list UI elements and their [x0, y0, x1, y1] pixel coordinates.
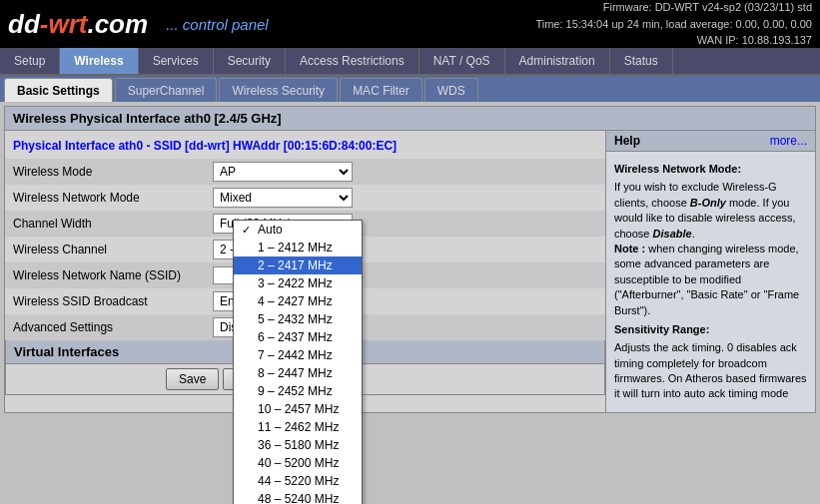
dropdown-item-auto[interactable]: Auto	[234, 221, 362, 239]
right-panel: Help more... Wireless Network Mode: If y…	[606, 131, 816, 413]
dropdown-item-40[interactable]: 40 – 5200 MHz	[234, 454, 362, 472]
dropdown-item-2[interactable]: 2 – 2417 MHz	[234, 256, 362, 274]
section-title: Wireless Physical Interface ath0 [2.4/5 …	[4, 106, 816, 131]
wireless-network-mode-control: Mixed	[213, 188, 597, 208]
dropdown-item-4[interactable]: 4 – 2427 MHz	[234, 292, 362, 310]
nav1-tab-wireless[interactable]: Wireless	[60, 48, 138, 74]
nav1-tab-services[interactable]: Services	[139, 48, 214, 74]
wireless-channel-label: Wireless Channel	[13, 243, 213, 256]
help-wireless-mode-heading: Wireless Network Mode:	[614, 162, 807, 177]
wireless-network-mode-select[interactable]: Mixed	[213, 188, 353, 208]
help-more-link[interactable]: more...	[770, 134, 807, 148]
dropdown-item-48[interactable]: 48 – 5240 MHz	[234, 490, 362, 504]
nav2-tab-wds[interactable]: WDS	[424, 78, 478, 102]
ssid-label: Wireless Network Name (SSID)	[13, 268, 213, 282]
nav1-tab-security[interactable]: Security	[214, 48, 286, 74]
phy-interface-label: Physical Interface ath0 - SSID [dd-wrt] …	[5, 135, 605, 159]
dropdown-item-8[interactable]: 8 – 2447 MHz	[234, 364, 362, 382]
nav1-tab-status[interactable]: Status	[610, 48, 673, 74]
help-content: Wireless Network Mode: If you wish to ex…	[606, 152, 815, 412]
header: dd-wrt.com ... control panel Firmware: D…	[0, 0, 820, 48]
help-header: Help more...	[606, 131, 815, 152]
time-label: Time: 15:34:04 up 24 min, load average: …	[535, 16, 812, 33]
control-panel-label: ... control panel	[166, 16, 269, 33]
nav1-tab-access-restrictions[interactable]: Access Restrictions	[286, 48, 419, 74]
nav1-tab-setup[interactable]: Setup	[0, 48, 60, 74]
dropdown-item-11[interactable]: 11 – 2462 MHz	[234, 418, 362, 436]
logo-text: dd-wrt.com	[8, 9, 148, 40]
dropdown-item-5[interactable]: 5 – 2432 MHz	[234, 310, 362, 328]
nav1-tab-nat-qos[interactable]: NAT / QoS	[419, 48, 505, 74]
nav2-tab-mac-filter[interactable]: MAC Filter	[340, 78, 422, 102]
help-sensitivity-heading: Sensitivity Range:	[614, 322, 807, 337]
channel-dropdown[interactable]: Auto 1 – 2412 MHz 2 – 2417 MHz 3 – 2422 …	[233, 220, 363, 504]
nav1: Setup Wireless Services Security Access …	[0, 48, 820, 76]
nav2-tab-superchannel[interactable]: SuperChannel	[115, 78, 218, 102]
wireless-network-mode-label: Wireless Network Mode	[13, 191, 213, 205]
ssid-broadcast-label: Wireless SSID Broadcast	[13, 294, 213, 308]
nav1-tab-administration[interactable]: Administration	[505, 48, 610, 74]
wireless-mode-select[interactable]: AP	[213, 162, 353, 182]
firmware-label: Firmware: DD-WRT v24-sp2 (03/23/11) std	[535, 0, 812, 16]
dropdown-item-6[interactable]: 6 – 2437 MHz	[234, 328, 362, 346]
nav2-tab-basic-settings[interactable]: Basic Settings	[4, 78, 113, 102]
header-info: Firmware: DD-WRT v24-sp2 (03/23/11) std …	[535, 0, 812, 49]
logo: dd-wrt.com ... control panel	[8, 9, 269, 40]
dropdown-item-10[interactable]: 10 – 2457 MHz	[234, 400, 362, 418]
dropdown-item-3[interactable]: 3 – 2422 MHz	[234, 274, 362, 292]
help-wireless-mode-text: If you wish to exclude Wireless-G client…	[614, 180, 807, 318]
nav2: Basic Settings SuperChannel Wireless Sec…	[0, 76, 820, 102]
help-title: Help	[614, 134, 640, 148]
wireless-mode-row: Wireless Mode AP	[5, 159, 605, 185]
dropdown-item-44[interactable]: 44 – 5220 MHz	[234, 472, 362, 490]
wireless-mode-label: Wireless Mode	[13, 165, 213, 179]
dropdown-item-9[interactable]: 9 – 2452 MHz	[234, 382, 362, 400]
save-button[interactable]: Save	[166, 368, 219, 390]
channel-width-label: Channel Width	[13, 217, 213, 231]
wireless-network-mode-row: Wireless Network Mode Mixed	[5, 185, 605, 211]
help-sensitivity-text: Adjusts the ack timing. 0 disables ack t…	[614, 340, 807, 402]
advanced-settings-label: Advanced Settings	[13, 320, 213, 334]
nav2-tab-wireless-security[interactable]: Wireless Security	[219, 78, 338, 102]
main-content: Physical Interface ath0 - SSID [dd-wrt] …	[4, 131, 816, 413]
dropdown-item-7[interactable]: 7 – 2442 MHz	[234, 346, 362, 364]
dropdown-item-36[interactable]: 36 – 5180 MHz	[234, 436, 362, 454]
wan-ip-label: WAN IP: 10.88.193.137	[535, 32, 812, 49]
wireless-mode-control: AP	[213, 162, 597, 182]
dropdown-item-1[interactable]: 1 – 2412 MHz	[234, 239, 362, 256]
